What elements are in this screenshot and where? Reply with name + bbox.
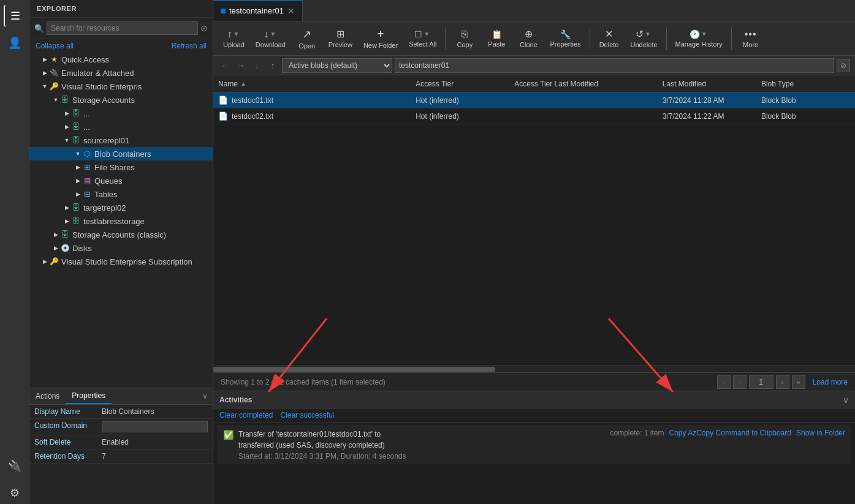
tree-tables[interactable]: ▶ ⊟ Tables [29, 187, 213, 201]
page-first-btn[interactable]: « [717, 375, 731, 389]
tree-storage-accounts-classic[interactable]: ▶ 🗄 Storage Accounts (classic) [29, 228, 213, 241]
col-header-last-modified[interactable]: Last Modified [658, 77, 756, 91]
tree-disks[interactable]: ▶ 💿 Disks [29, 241, 213, 255]
load-more-btn[interactable]: Load more [813, 378, 848, 386]
tab-testcontainer01[interactable]: testcontainer01 ✕ [213, 0, 303, 21]
nav-forward-btn[interactable]: → [234, 59, 248, 72]
paste-btn[interactable]: 📋 Paste [481, 27, 512, 50]
file-row-2[interactable]: 📄 testdoc02.txt Hot (inferred) 3/7/2024 … [213, 108, 855, 124]
tree-emulator-attached[interactable]: ▶ 🔌 Emulator & Attached [29, 66, 213, 80]
file-list-header: Name ▲ Access Tier Access Tier Last Modi… [213, 75, 855, 92]
search-input[interactable] [47, 21, 198, 35]
tab-properties[interactable]: Properties [66, 388, 112, 404]
activities-collapse-btn[interactable]: ∨ [843, 395, 849, 405]
undelete-arrow[interactable]: ▼ [644, 31, 652, 37]
activities-title: Activities [219, 396, 252, 404]
download-arrow[interactable]: ▼ [268, 31, 277, 37]
storage-accounts-icon: 🗄 [60, 95, 70, 105]
activity-success-icon: ✅ [223, 430, 234, 440]
page-last-btn[interactable]: » [792, 375, 805, 389]
account-icon[interactable]: 👤 [4, 32, 26, 54]
file-access-tier-2: Hot (inferred) [411, 111, 509, 122]
page-prev-btn[interactable]: ‹ [733, 375, 747, 389]
prop-key-custom-domain: Custom Domain [29, 419, 97, 435]
nav-down-btn[interactable]: ↓ [250, 59, 264, 72]
path-input[interactable] [395, 58, 834, 73]
preview-btn[interactable]: ⊞ Preview [324, 26, 357, 51]
tree-blob-containers[interactable]: ▼ ⬡ Blob Containers [29, 147, 213, 160]
tab-actions[interactable]: Actions [29, 389, 66, 404]
undelete-btn[interactable]: ↺ ▼ Undelete [626, 26, 663, 51]
chevron-right-icon: ▶ [74, 190, 82, 198]
col-header-access-tier[interactable]: Access Tier [411, 77, 509, 91]
emulator-icon: 🔌 [49, 68, 59, 78]
properties-panel-collapse[interactable]: ∨ [197, 389, 213, 404]
tree-testlabresstorage[interactable]: ▶ 🗄 testlabresstorage [29, 214, 213, 228]
manage-history-arrow[interactable]: ▼ [700, 31, 709, 37]
tab-close-btn[interactable]: ✕ [287, 6, 295, 16]
show-in-folder-link[interactable]: Show in Folder [796, 429, 845, 437]
activity-complete-label: complete: 1 item [610, 429, 664, 437]
chevron-right-icon: ▶ [63, 122, 71, 131]
nav-back-btn[interactable]: ← [218, 59, 232, 72]
properties-btn-label: Properties [550, 40, 580, 48]
subscription-icon: 🔑 [49, 81, 59, 91]
page-next-btn[interactable]: › [776, 375, 789, 389]
address-filter-btn[interactable]: ⊘ [837, 59, 850, 72]
download-btn[interactable]: ↓ ▼ Download [251, 26, 291, 51]
copy-azcopy-link[interactable]: Copy AzCopy Command to Clipboard [669, 429, 791, 437]
new-folder-btn[interactable]: + New Folder [359, 25, 403, 51]
plugin-icon[interactable]: 🔌 [4, 455, 26, 477]
custom-domain-input[interactable] [102, 421, 208, 432]
horizontal-scrollbar-thumb[interactable] [213, 367, 495, 372]
more-btn[interactable]: ••• More [735, 26, 766, 51]
clone-btn[interactable]: ⊕ Clone [513, 26, 544, 51]
open-btn[interactable]: ↗ Open [292, 25, 322, 52]
properties-btn[interactable]: 🔧 Properties [545, 27, 585, 50]
upload-btn[interactable]: ↑ ▼ Upload [218, 26, 249, 51]
copy-btn[interactable]: ⎘ Copy [449, 26, 480, 51]
tree-storage-item-2[interactable]: ▶ 🗄 ... [29, 120, 213, 134]
nav-up-btn[interactable]: ↑ [266, 59, 279, 72]
chevron-right-icon: ▶ [63, 203, 71, 212]
tree-vs-enterprise-2[interactable]: ▶ 🔑 Visual Studio Enterprise Subscriptio… [29, 255, 213, 268]
tree-targetrepl02[interactable]: ▶ 🗄 targetrepl02 [29, 201, 213, 214]
tree-quick-access[interactable]: ▶ ★ Quick Access [29, 53, 213, 66]
settings-icon[interactable]: ⚙ [4, 482, 26, 504]
page-number-input[interactable] [749, 375, 773, 389]
toolbar-sep-1 [445, 28, 446, 50]
upload-arrow[interactable]: ▼ [232, 31, 240, 37]
prop-val-custom-domain[interactable] [97, 419, 213, 435]
menu-icon[interactable]: ☰ [4, 5, 26, 27]
file-access-tier-modified-2 [509, 115, 658, 118]
col-name-label: Name [218, 80, 238, 88]
select-all-btn[interactable]: ☐ ▼ Select All [404, 27, 441, 50]
refresh-all-link[interactable]: Refresh all [172, 42, 207, 50]
delete-label: Delete [599, 41, 619, 48]
col-header-access-tier-last-modified[interactable]: Access Tier Last Modified [509, 77, 658, 91]
tree-queues[interactable]: ▶ ▤ Queues [29, 174, 213, 187]
tree-storage-accounts[interactable]: ▼ 🗄 Storage Accounts [29, 93, 213, 107]
filter-icon[interactable]: ⊘ [200, 23, 208, 33]
tree-file-shares[interactable]: ▶ ⊞ File Shares [29, 160, 213, 174]
file-row-1[interactable]: 📄 testdoc01.txt Hot (inferred) 3/7/2024 … [213, 92, 855, 108]
clear-completed-link[interactable]: Clear completed [219, 411, 273, 419]
undelete-icon: ↺ [636, 28, 644, 40]
blob-filter-select[interactable]: Active blobs (default) All blobs Deleted… [282, 58, 392, 73]
tree-sourcerepl01[interactable]: ▼ 🗄 sourcerepl01 [29, 134, 213, 147]
clear-successful-link[interactable]: Clear successful [280, 411, 334, 419]
tree-vs-enterprise[interactable]: ▼ 🔑 Visual Studio Enterpris [29, 80, 213, 93]
activity-item-1: ✅ Transfer of 'testcontainer01/testdoc01… [217, 425, 851, 464]
chevron-down-icon: ▼ [63, 136, 71, 145]
tree-storage-item-1[interactable]: ▶ 🗄 ... [29, 107, 213, 120]
delete-btn[interactable]: ✕ Delete [594, 26, 625, 51]
file-access-tier-modified-1 [509, 99, 658, 102]
file-shares-icon: ⊞ [82, 162, 92, 172]
col-header-name[interactable]: Name ▲ [213, 77, 411, 91]
col-header-blob-type[interactable]: Blob Type [756, 77, 855, 91]
sourcerepl01-label: sourcerepl01 [83, 136, 129, 145]
disks-label: Disks [72, 244, 92, 253]
collapse-all-link[interactable]: Collapse all [36, 42, 74, 50]
select-all-arrow[interactable]: ▼ [422, 31, 431, 37]
manage-history-btn[interactable]: 🕐 ▼ Manage History [671, 27, 728, 50]
